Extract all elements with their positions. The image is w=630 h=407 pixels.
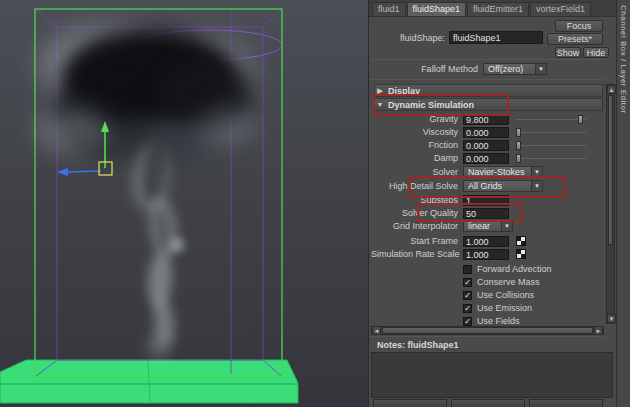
presets-button[interactable]: Presets* <box>547 33 603 45</box>
texture-map-button[interactable] <box>516 236 526 246</box>
conserve-mass-label: Conserve Mass <box>477 277 540 287</box>
show-button[interactable]: Show <box>555 47 581 58</box>
bottom-button[interactable] <box>529 399 603 407</box>
ae-vertical-scrollbar[interactable]: ▲ ▼ <box>606 84 615 324</box>
high-detail-solve-value: All Grids <box>468 181 502 191</box>
y-axis-arrowhead-icon[interactable] <box>101 121 109 132</box>
sim-rate-scale-row: Simulation Rate Scale 1.000 <box>371 248 604 260</box>
viewport-3d[interactable] <box>0 0 368 407</box>
damp-row: Damp 0.000 <box>371 152 604 164</box>
focus-button[interactable]: Focus <box>555 20 603 32</box>
scroll-up-icon[interactable]: ▲ <box>607 85 616 94</box>
high-detail-solve-label: High Detail Solve <box>371 181 463 191</box>
gravity-label: Gravity <box>371 114 463 124</box>
bottom-button[interactable] <box>451 399 525 407</box>
start-frame-field[interactable]: 1.000 <box>463 236 509 247</box>
node-type-label: fluidShape: <box>373 33 445 43</box>
substeps-label: Substeps <box>371 195 463 205</box>
falloff-method-value: Off(zero) <box>488 64 523 74</box>
viscosity-slider[interactable] <box>516 128 586 137</box>
solver-row: Solver Navier-Stokes ▼ <box>371 166 604 178</box>
texture-map-button[interactable] <box>516 249 526 259</box>
viscosity-row: Viscosity 0.000 <box>371 126 604 138</box>
solver-quality-label: Solver Quality <box>371 208 463 218</box>
hide-button[interactable]: Hide <box>583 47 609 58</box>
falloff-method-row: Falloff Method Off(zero) ▼ <box>371 63 604 75</box>
friction-slider[interactable] <box>516 141 586 150</box>
chevron-down-icon[interactable]: ▼ <box>531 181 542 191</box>
forward-advection-row: Forward Advection <box>371 263 604 275</box>
solver-value: Navier-Stokes <box>468 167 525 177</box>
slider-groove <box>516 132 586 133</box>
grid-interpolator-row: Grid Interpolator linear ▼ <box>371 220 604 232</box>
use-collisions-checkbox[interactable]: ✓ <box>463 291 472 300</box>
damp-label: Damp <box>371 153 463 163</box>
damp-field[interactable]: 0.000 <box>463 153 509 164</box>
use-collisions-label: Use Collisions <box>477 290 534 300</box>
chevron-down-icon[interactable]: ▼ <box>501 221 512 231</box>
start-frame-label: Start Frame <box>371 236 463 246</box>
use-fields-checkbox[interactable]: ✓ <box>463 317 472 326</box>
substeps-field[interactable]: 1 <box>463 195 509 206</box>
expanded-arrow-icon: ▼ <box>375 101 385 108</box>
channel-box-vertical-tab[interactable]: Channel Box / Layer Editor <box>619 5 628 114</box>
slider-groove <box>516 119 586 120</box>
ae-tab-bar: fluid1 fluidShape1 fluidEmitter1 vortexF… <box>369 0 616 17</box>
section-display[interactable]: ▶ Display <box>374 84 603 97</box>
tab-fluidemitter1[interactable]: fluidEmitter1 <box>467 2 529 16</box>
scroll-right-icon[interactable]: ► <box>594 326 603 335</box>
sim-rate-scale-label: Simulation Rate Scale <box>371 249 463 259</box>
grid-interpolator-value: linear <box>468 221 490 231</box>
gravity-slider[interactable] <box>516 115 586 124</box>
chevron-down-icon[interactable]: ▼ <box>531 167 542 177</box>
node-name-field[interactable]: fluidShape1 <box>449 31 543 44</box>
divider <box>371 336 604 337</box>
slider-handle[interactable] <box>516 154 521 163</box>
slider-handle[interactable] <box>516 141 521 150</box>
falloff-method-dropdown[interactable]: Off(zero) ▼ <box>483 63 547 75</box>
use-fields-label: Use Fields <box>477 316 520 326</box>
gravity-row: Gravity 9.800 <box>371 113 604 125</box>
friction-label: Friction <box>371 140 463 150</box>
damp-slider[interactable] <box>516 154 586 163</box>
solver-quality-field[interactable]: 50 <box>463 208 509 219</box>
solver-dropdown[interactable]: Navier-Stokes ▼ <box>463 166 543 178</box>
slider-handle[interactable] <box>516 128 521 137</box>
attribute-editor: fluid1 fluidShape1 fluidEmitter1 vortexF… <box>368 0 616 407</box>
section-dynamic-simulation[interactable]: ▼ Dynamic Simulation <box>374 98 603 111</box>
tab-vortexfield1[interactable]: vortexField1 <box>530 2 591 16</box>
forward-advection-checkbox[interactable] <box>463 265 472 274</box>
grid-interpolator-dropdown[interactable]: linear ▼ <box>463 220 513 232</box>
use-emission-checkbox[interactable]: ✓ <box>463 304 472 313</box>
slider-groove <box>516 158 586 159</box>
sim-rate-scale-field[interactable]: 1.000 <box>463 249 509 260</box>
viscosity-field[interactable]: 0.000 <box>463 127 509 138</box>
divider <box>371 59 604 60</box>
x-axis-handle[interactable] <box>66 171 101 172</box>
substeps-row: Substeps 1 <box>371 194 604 206</box>
scroll-down-icon[interactable]: ▼ <box>607 314 616 323</box>
solver-label: Solver <box>371 167 463 177</box>
hscroll-thumb[interactable] <box>382 327 593 334</box>
use-emission-label: Use Emission <box>477 303 532 313</box>
tab-fluid1[interactable]: fluid1 <box>372 2 406 16</box>
high-detail-solve-dropdown[interactable]: All Grids ▼ <box>463 180 543 192</box>
tab-fluidshape1[interactable]: fluidShape1 <box>407 2 467 16</box>
maya-window: fluid1 fluidShape1 fluidEmitter1 vortexF… <box>0 0 630 407</box>
gravity-field[interactable]: 9.800 <box>463 114 509 125</box>
friction-field[interactable]: 0.000 <box>463 140 509 151</box>
notes-header: Notes: fluidShape1 <box>371 339 604 351</box>
scroll-left-icon[interactable]: ◄ <box>372 326 381 335</box>
vscroll-thumb[interactable] <box>608 95 613 245</box>
ae-horizontal-scrollbar[interactable]: ◄ ► <box>371 326 604 335</box>
section-dynamic-label: Dynamic Simulation <box>388 100 474 110</box>
x-axis-arrowhead-icon[interactable] <box>57 168 68 176</box>
slider-handle[interactable] <box>578 115 583 124</box>
move-manipulator[interactable] <box>0 0 368 407</box>
conserve-mass-checkbox[interactable]: ✓ <box>463 278 472 287</box>
notes-textarea[interactable] <box>371 352 613 398</box>
chevron-down-icon[interactable]: ▼ <box>535 64 546 74</box>
bottom-button[interactable] <box>373 399 447 407</box>
slider-groove <box>516 145 586 146</box>
forward-advection-label: Forward Advection <box>477 264 552 274</box>
